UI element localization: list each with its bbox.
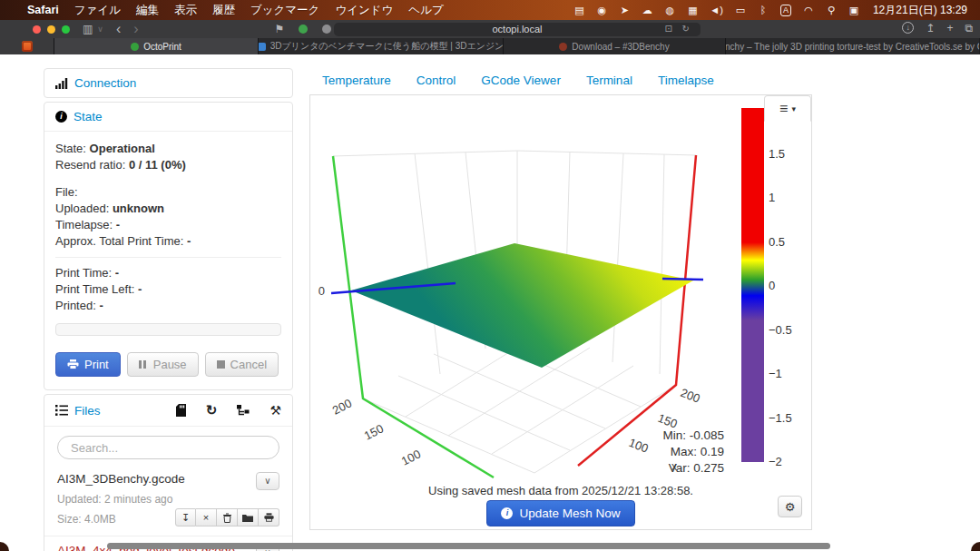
sd-card-icon[interactable] xyxy=(176,404,186,417)
bluetooth-icon[interactable]: ᛒ xyxy=(758,5,769,15)
menu-view[interactable]: 表示 xyxy=(174,3,197,18)
download-file-icon[interactable]: ↧ xyxy=(175,508,196,526)
tab-overview-icon[interactable]: ⧉ xyxy=(965,22,973,34)
sidebar-toggle-icon[interactable]: ▥ xyxy=(83,23,93,35)
safari-tabbar: OctoPrint 3Dプリンタのベンチマークに使う船の模型 | 3Dエンジン … xyxy=(0,38,980,54)
state-row: Print Time Left: - xyxy=(55,281,281,298)
trash-icon[interactable] xyxy=(217,508,238,526)
tab-temperature[interactable]: Temperature xyxy=(309,68,404,94)
file-expand-button[interactable]: ∨ xyxy=(256,472,279,490)
bed-mesh-3d-plot[interactable]: 0 200 150 100 200 150 100 x Min: -0.085 … xyxy=(310,99,813,484)
file-search-input[interactable] xyxy=(57,436,279,459)
tab-title: #3DBenchy – The jolly 3D printing tortur… xyxy=(726,42,979,52)
tab-download-benchy[interactable]: Download – #3DBenchy xyxy=(504,38,726,54)
menu-help[interactable]: ヘルプ xyxy=(408,3,443,18)
plot-settings-button[interactable]: ⚙ xyxy=(778,496,802,517)
volume-icon[interactable]: ◄) xyxy=(710,5,723,15)
files-body: AI3M_3DBenchy.gcode ∨ Updated: 2 minutes… xyxy=(44,426,292,551)
folder-tree-icon[interactable] xyxy=(237,405,250,417)
close-window-button[interactable] xyxy=(33,25,41,34)
tab-overflow-dropdown[interactable]: ≡ ▾ xyxy=(764,95,811,122)
print-button[interactable]: Print xyxy=(55,352,121,377)
svg-text:0: 0 xyxy=(769,279,775,292)
colorbar-ticks: 2 1.5 1 0.5 0 −0.5 −1 −1.5 −2 xyxy=(769,103,792,468)
connection-panel: Connection xyxy=(44,68,293,98)
minimize-window-button[interactable] xyxy=(47,25,55,34)
cancel-button[interactable]: Cancel xyxy=(205,352,279,377)
mesh-var: Var: 0.275 xyxy=(669,461,724,475)
display-icon[interactable]: ▣ xyxy=(848,5,859,16)
horizontal-scrollbar-thumb[interactable] xyxy=(107,543,830,549)
share-icon[interactable]: ↥ xyxy=(926,22,935,34)
state-title[interactable]: State xyxy=(74,110,103,123)
svg-text:1.5: 1.5 xyxy=(769,147,785,161)
tab-terminal[interactable]: Terminal xyxy=(573,68,645,94)
menu-window[interactable]: ウインドウ xyxy=(335,3,393,18)
list-icon xyxy=(55,405,68,416)
zoom-window-button[interactable] xyxy=(62,25,70,34)
input-source-icon[interactable]: ▦ xyxy=(687,5,698,16)
load-folder-icon[interactable] xyxy=(238,508,259,526)
user-icon[interactable]: ◉ xyxy=(596,5,607,16)
battery-icon[interactable]: ▭ xyxy=(735,5,746,16)
pinned-tab[interactable] xyxy=(0,38,54,54)
green-extension-icon[interactable] xyxy=(299,25,308,34)
tab-control[interactable]: Control xyxy=(404,68,469,94)
sidebar-chevron-icon[interactable]: ∨ xyxy=(97,25,103,34)
files-title[interactable]: Files xyxy=(74,404,101,418)
y-tick: 100 xyxy=(399,447,423,467)
gray-extension-icon[interactable] xyxy=(322,25,331,34)
address-bar-icons[interactable]: ⊡ ↻ xyxy=(664,24,693,34)
pause-button[interactable]: Pause xyxy=(127,352,199,377)
menubar-clock[interactable]: 12月21日(日) 13:29 xyxy=(873,3,967,18)
tab-octoprint[interactable]: OctoPrint xyxy=(54,38,259,54)
menu-file[interactable]: ファイル xyxy=(74,3,121,18)
forward-button[interactable]: › xyxy=(133,21,138,37)
files-header[interactable]: Files ↻ ⚒ xyxy=(44,395,292,426)
octoprint-page: Connection i State State: Operational Re… xyxy=(0,54,980,551)
menubar-status-area: ▤ ◉ ➤ ☁ ◍ ▦ ◄) ▭ ᛒ A ◠ ⚲ ▣ 12月21日(日) 13:… xyxy=(573,3,967,18)
address-bar[interactable]: octopi.local ⊡ ↻ xyxy=(334,23,701,36)
print-progress-bar xyxy=(55,323,281,336)
connection-title[interactable]: Connection xyxy=(74,76,136,90)
new-tab-icon[interactable]: + xyxy=(946,22,953,34)
print-file-icon[interactable] xyxy=(259,508,279,526)
pin-extension-icon[interactable]: ⚑ xyxy=(275,23,285,35)
menu-history[interactable]: 履歴 xyxy=(212,3,235,18)
tab-gcode-viewer[interactable]: GCode Viewer xyxy=(468,68,573,94)
update-mesh-button[interactable]: i Update Mesh Now xyxy=(486,500,634,526)
address-url: octopi.local xyxy=(492,24,542,34)
sidebar: Connection i State State: Operational Re… xyxy=(44,68,293,551)
cloud-icon[interactable]: ☁ xyxy=(642,5,652,16)
mesh-max: Max: 0.19 xyxy=(671,445,724,458)
screen-mirroring-icon[interactable]: ▤ xyxy=(573,5,584,16)
keyboard-a-icon[interactable]: A xyxy=(780,5,791,16)
y-tick: 200 xyxy=(330,396,354,417)
round-app-icon[interactable]: ◍ xyxy=(664,5,675,16)
info-icon: i xyxy=(55,111,67,123)
tab-title: 3Dプリンタのベンチマークに使う船の模型 | 3Dエンジン xyxy=(270,40,504,53)
print-controls: Print Pause Cancel xyxy=(55,352,281,377)
downloads-icon[interactable]: ↓ xyxy=(902,22,914,34)
connection-header[interactable]: Connection xyxy=(44,69,292,97)
cursor-icon[interactable]: ➤ xyxy=(619,5,630,16)
tab-favicon xyxy=(559,43,567,51)
wrench-icon[interactable]: ⚒ xyxy=(270,403,281,418)
x-tick: 200 xyxy=(679,386,702,406)
svg-text:−2: −2 xyxy=(769,455,782,468)
wifi-icon[interactable]: ◠ xyxy=(803,5,814,16)
svg-text:−1: −1 xyxy=(769,367,782,380)
menu-bookmarks[interactable]: ブックマーク xyxy=(250,3,319,18)
menu-edit[interactable]: 編集 xyxy=(136,3,159,18)
delete-icon[interactable]: × xyxy=(196,508,217,526)
back-button[interactable]: ‹ xyxy=(116,21,121,37)
state-row: State: Operational xyxy=(55,141,281,157)
state-header[interactable]: i State xyxy=(44,103,292,131)
refresh-icon[interactable]: ↻ xyxy=(206,402,218,418)
tab-3d-model[interactable]: 3Dプリンタのベンチマークに使う船の模型 | 3Dエンジン xyxy=(259,38,504,54)
tab-3dbenchy[interactable]: #3DBenchy – The jolly 3D printing tortur… xyxy=(726,38,979,54)
menu-safari[interactable]: Safari xyxy=(27,4,59,16)
search-icon[interactable]: ⚲ xyxy=(826,5,837,16)
file-name[interactable]: AI3M_3DBenchy.gcode xyxy=(57,472,185,486)
tab-timelapse[interactable]: Timelapse xyxy=(645,68,727,94)
